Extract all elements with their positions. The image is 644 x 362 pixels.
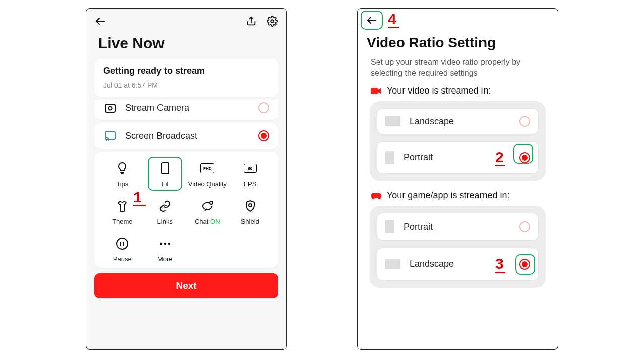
back-icon[interactable] [93,14,107,28]
status-heading: Getting ready to stream [103,66,269,76]
tool-label: Links [157,218,173,225]
portrait-thumb-icon [385,220,394,233]
status-time: Jul 01 at 6:57 PM [103,81,269,89]
tool-pause[interactable]: Pause [101,236,144,263]
portrait-thumb-icon [385,151,394,164]
tool-fps[interactable]: 60 FPS [229,161,272,188]
phone-video-ratio: 4 Video Ratio Setting Set up your stream… [357,8,558,350]
game-ratio-group: Portrait Landscape 3 [370,206,546,288]
phone-live-now: Live Now Getting ready to stream Jul 01 … [86,8,287,350]
svg-point-12 [164,243,166,245]
option-portrait[interactable]: Portrait 2 [377,141,539,174]
video-ratio-group: Landscape Portrait 2 [370,101,546,181]
gear-icon[interactable] [265,14,279,28]
annotation-2: 2 [495,149,505,166]
option-label: Portrait [404,222,510,232]
radio-selected[interactable] [519,259,530,270]
svg-rect-2 [105,104,115,112]
shield-icon [243,199,258,214]
svg-point-1 [271,20,274,23]
fps-icon: 60 [243,161,258,176]
fhd-icon: FHD [200,161,215,176]
tool-label: Chat ON [195,218,220,225]
cast-icon [103,129,117,143]
tool-label: Tips [116,180,128,188]
appbar [86,9,286,34]
annotation-3: 3 [495,255,505,273]
radio-unselected[interactable] [519,116,530,127]
annotation-4: 4 [388,11,399,28]
pause-icon [115,236,130,251]
video-camera-icon [371,87,382,95]
svg-point-6 [210,201,213,204]
chat-icon [200,199,215,214]
gamepad-icon [371,192,382,200]
option-portrait[interactable]: Portrait [377,213,539,241]
option-label: Screen Broadcast [125,131,250,141]
option-label: Portrait [404,152,486,163]
next-button[interactable]: Next [94,273,278,298]
radio-selected[interactable] [258,130,269,141]
tool-shield[interactable]: Shield [229,199,272,225]
option-label: Landscape [410,259,486,269]
section-game-label: Your game/app is streamed in: [358,189,558,205]
share-icon[interactable] [244,14,258,28]
tool-label: Theme [112,218,132,225]
more-icon [157,236,173,251]
radio-unselected[interactable] [258,102,269,113]
svg-point-8 [117,238,128,249]
svg-point-3 [109,107,112,110]
lightbulb-icon [115,161,130,176]
highlight-box [148,157,183,191]
svg-point-7 [249,204,252,207]
tool-grid: Tips Fit FHD Video Quality 60 FPS [94,152,278,268]
annotation-1: 1 [133,189,146,206]
camera-icon [103,101,117,115]
tool-label: Shield [241,218,259,225]
option-label: Landscape [410,116,510,127]
tool-label: More [157,255,173,263]
landscape-thumb-icon [385,259,400,269]
tool-label: Pause [113,255,132,263]
tool-tips[interactable]: Tips [101,161,144,188]
option-stream-camera[interactable]: Stream Camera [94,100,278,120]
radio-unselected[interactable] [519,221,530,232]
tool-more[interactable]: More [144,236,187,263]
svg-rect-4 [105,132,115,139]
highlight-back [361,11,383,30]
page-description: Set up your stream video ratio properly … [358,55,558,84]
link-icon [157,199,173,214]
option-landscape[interactable]: Landscape 3 [377,248,539,281]
status-card: Getting ready to stream Jul 01 at 6:57 P… [94,59,278,97]
option-landscape[interactable]: Landscape [377,108,539,134]
page-title: Live Now [86,34,286,56]
tool-label: FPS [244,180,256,188]
svg-point-13 [168,243,170,245]
landscape-thumb-icon [385,116,400,126]
tool-chat[interactable]: Chat ON [186,199,229,225]
tool-label: Video Quality [188,180,227,188]
radio-selected[interactable] [519,152,530,163]
svg-rect-15 [371,88,378,94]
tool-video-quality[interactable]: FHD Video Quality [186,161,229,188]
section-video-label: Your video is streamed in: [358,84,558,100]
tool-links[interactable]: Links [144,199,187,225]
page-title: Video Ratio Setting [358,32,558,55]
option-screen-broadcast[interactable]: Screen Broadcast [94,123,278,149]
tshirt-icon [115,199,130,214]
svg-point-11 [160,243,162,245]
option-label: Stream Camera [125,103,250,113]
tool-fit[interactable]: Fit [144,161,187,188]
